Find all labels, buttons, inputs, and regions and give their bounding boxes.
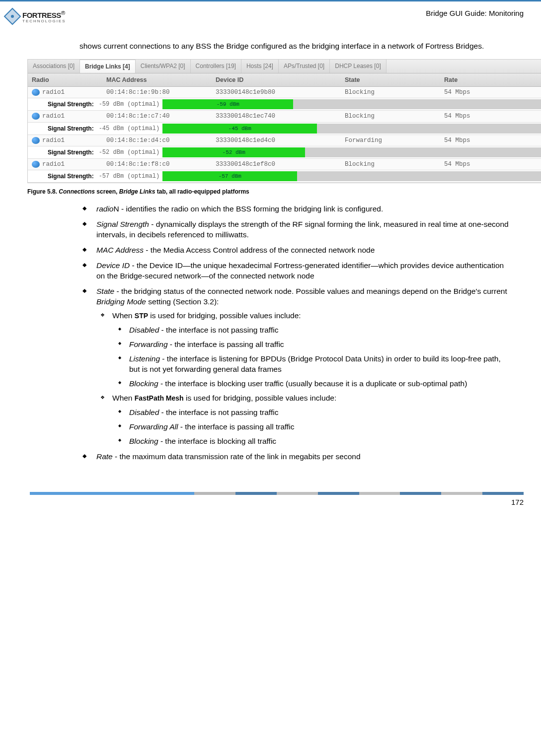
signal-row: Signal Strength: -52 dBm (optimal) -52 d…	[28, 146, 541, 159]
cell-radio: radio1	[42, 113, 65, 120]
tab-controllers[interactable]: Controllers [19]	[191, 60, 241, 73]
term: Forwarding All	[129, 422, 178, 431]
term: Forwarding	[129, 340, 168, 348]
cell-rate: 54 Mbps	[440, 87, 541, 98]
list-item: Forwarding - the interface is passing al…	[129, 340, 511, 350]
tab-bridge-links[interactable]: Bridge Links [4]	[80, 60, 136, 73]
tab-hosts[interactable]: Hosts [24]	[241, 60, 279, 73]
cell-state: Blocking	[341, 111, 440, 122]
term-inline: Bridging Mode	[96, 297, 146, 306]
tab-aps[interactable]: APs/Trusted [0]	[279, 60, 330, 73]
table-header: Radio MAC Address Device ID State Rate	[28, 73, 541, 87]
figcap-em2: Bridge Links	[119, 188, 155, 195]
list-item: Forwarding All - the interface is passin…	[129, 422, 511, 432]
list-item: Disabled - the interface is not passing …	[129, 325, 511, 336]
brand-reg: ®	[61, 9, 66, 16]
list-item: Device ID - the Device ID—the unique hex…	[93, 261, 511, 281]
term: Signal Strength	[96, 220, 149, 228]
cell-radio: radio1	[42, 161, 65, 168]
term: Device ID	[96, 261, 130, 270]
desc: - the interface is not passing traffic	[159, 326, 278, 334]
intro-text: shows current connections to any BSS the…	[79, 41, 511, 52]
signal-row: Signal Strength: -59 dBm (optimal) -59 d…	[28, 98, 541, 111]
desc: - the maximum data transmission rate of …	[113, 452, 361, 461]
table-row: radio1 00:14:8c:1e:d4:c0 333300148c1ed4c…	[28, 135, 541, 146]
th-radio: Radio	[28, 73, 102, 86]
cell-rate: 54 Mbps	[440, 159, 541, 170]
cell-state: Blocking	[341, 159, 440, 170]
cell-mac: 00:14:8c:1e:d4:c0	[102, 135, 212, 146]
signal-label: Signal Strength:	[28, 124, 96, 134]
desc: - the Device ID—the unique hexadecimal F…	[96, 261, 504, 280]
desc: is used for bridging, possible values in…	[148, 311, 301, 320]
signal-bar-track: -57 dBm	[162, 171, 541, 181]
signal-label: Signal Strength:	[28, 171, 96, 181]
figcap-suffix: tab, all radio-equipped platforms	[155, 188, 249, 195]
cell-device: 333300148c1ed4c0	[212, 135, 341, 146]
desc: - the bridging status of the connected n…	[114, 287, 507, 295]
list-item: State - the bridging status of the conne…	[93, 286, 511, 447]
figcap-prefix: Figure 5.8.	[27, 188, 59, 195]
term: Listening	[129, 354, 160, 363]
signal-label: Signal Strength:	[28, 147, 96, 157]
signal-bar-track: -59 dBm	[162, 99, 541, 109]
cell-device: 333300148c1ef8c0	[212, 159, 341, 170]
tab-clients[interactable]: Clients/WPA2 [0]	[136, 60, 191, 73]
footer-decor	[30, 492, 524, 495]
desc: N - identifies the radio on which the BS…	[113, 205, 383, 213]
cell-mac: 00:14:8c:1e:c7:40	[102, 111, 212, 122]
cell-rate: 54 Mbps	[440, 135, 541, 146]
term: radio	[96, 205, 113, 213]
signal-bar-track: -45 dBm	[162, 124, 541, 134]
signal-text: -45 dBm (optimal)	[96, 124, 162, 134]
cell-state: Blocking	[341, 87, 440, 98]
signal-row: Signal Strength: -45 dBm (optimal) -45 d…	[28, 123, 541, 135]
list-item: Disabled - the interface is not passing …	[129, 408, 511, 418]
list-item: Signal Strength - dynamically displays t…	[93, 219, 511, 240]
cell-radio: radio1	[42, 89, 65, 96]
signal-bar: -52 dBm	[162, 147, 305, 157]
signal-text: -52 dBm (optimal)	[96, 147, 162, 157]
list-item: Blocking - the interface is blocking all…	[129, 436, 511, 447]
desc: - the interface is passing all traffic	[168, 340, 284, 348]
tab-bar: Associations [0] Bridge Links [4] Client…	[28, 60, 541, 73]
term: Blocking	[129, 437, 158, 445]
page-footer: 172	[0, 477, 541, 516]
cell-rate: 54 Mbps	[440, 111, 541, 122]
svg-point-2	[11, 15, 14, 18]
signal-label: Signal Strength:	[28, 99, 96, 109]
cell-radio: radio1	[42, 137, 65, 144]
radio-icon	[32, 137, 40, 144]
desc: - the interface is blocking all traffic	[158, 437, 277, 445]
list-item: radioN - identifies the radio on which t…	[93, 204, 511, 214]
table-row: radio1 00:14:8c:1e:c7:40 333300148c1ec74…	[28, 111, 541, 122]
term: State	[96, 287, 114, 295]
radio-icon	[32, 89, 40, 96]
term-bold: FastPath Mesh	[135, 394, 184, 402]
fortress-icon	[2, 6, 22, 26]
figcap-mid: screen,	[95, 188, 119, 195]
desc: setting (Section 3.2):	[146, 297, 219, 306]
signal-text: -57 dBm (optimal)	[96, 171, 162, 181]
desc: - dynamically displays the strength of t…	[96, 220, 509, 239]
brand-logo: FORTRESS® TECHNOLOGIES	[0, 6, 66, 26]
cell-device: 333300148c1ec740	[212, 111, 341, 122]
signal-bar: -57 dBm	[162, 171, 297, 181]
figure-caption: Figure 5.8. Connections screen, Bridge L…	[27, 188, 511, 195]
list-item: When STP is used for bridging, possible …	[112, 311, 511, 389]
tab-dhcp[interactable]: DHCP Leases [0]	[330, 60, 386, 73]
desc: When	[112, 394, 135, 402]
desc: - the Media Access Control address of th…	[144, 246, 375, 254]
radio-icon	[32, 161, 40, 168]
list-item: Rate - the maximum data transmission rat…	[93, 452, 511, 462]
list-item: Listening - the interface is listening f…	[129, 354, 511, 375]
cell-mac: 00:14:8c:1e:9b:80	[102, 87, 212, 98]
brand-sub: TECHNOLOGIES	[22, 19, 66, 23]
list-item: MAC Address - the Media Access Control a…	[93, 245, 511, 256]
cell-state: Forwarding	[341, 135, 440, 146]
term-bold: STP	[135, 312, 148, 320]
tab-associations[interactable]: Associations [0]	[28, 60, 80, 73]
signal-bar: -59 dBm	[162, 99, 293, 109]
cell-device: 333300148c1e9b80	[212, 87, 341, 98]
term: Rate	[96, 452, 113, 461]
